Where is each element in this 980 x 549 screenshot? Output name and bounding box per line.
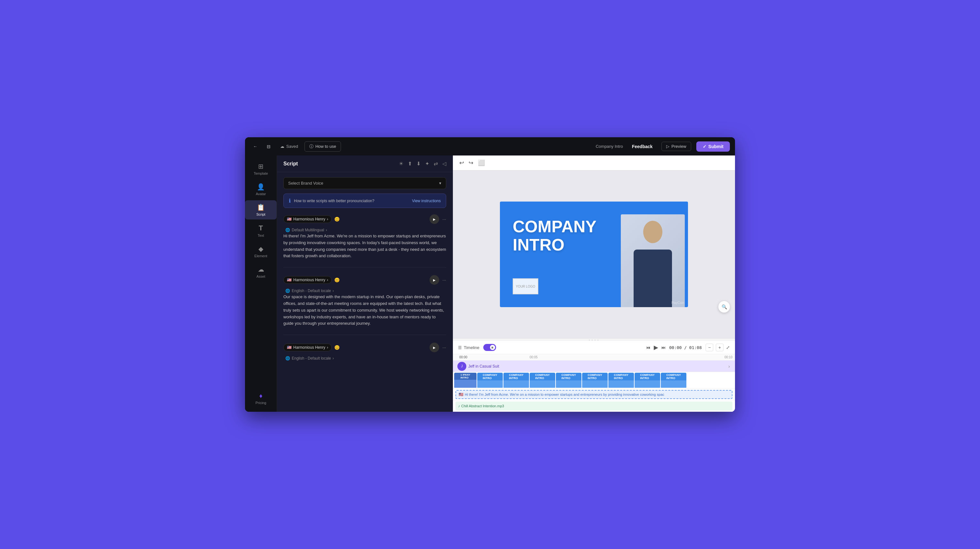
app-window: ← ⊟ ☁ Saved ⓘ How to use Company Intro F… xyxy=(245,137,735,412)
block-1-header: 🇺🇸 Harmonious Henry › 😊 ▶ ··· xyxy=(283,214,446,224)
preview-button[interactable]: ▷ Preview xyxy=(662,142,691,151)
timeline-ruler: 00:00 00:05 00:10 xyxy=(453,354,735,361)
zoom-in-button[interactable]: + xyxy=(716,344,724,351)
chevron-right-icon-1: › xyxy=(327,217,328,221)
chevron-right-locale-2: › xyxy=(332,288,334,293)
sidebar-item-avatar[interactable]: 👤 Avatar xyxy=(245,180,277,199)
sidebar-toggle-button[interactable]: ⊟ xyxy=(264,142,274,152)
clip-label-4: COMPANYINTRO xyxy=(560,373,577,380)
download-button[interactable]: ⬇ xyxy=(417,161,421,167)
view-instructions-button[interactable]: View instructions xyxy=(412,199,441,203)
avatar-icon: 👤 xyxy=(257,183,265,191)
more-button-3[interactable]: ··· xyxy=(442,345,446,350)
sidebar-item-element[interactable]: ◆ Element xyxy=(245,242,277,261)
video-clip-0[interactable]: 1 IPANYINTRO xyxy=(454,373,477,388)
upload-button[interactable]: ⬆ xyxy=(408,161,412,167)
more-button-2[interactable]: ··· xyxy=(442,277,446,283)
script-header: Script ☀ ⬆ ⬇ ✦ ⇄ ◁ xyxy=(277,156,453,172)
clip-label-6: COMPANYINTRO xyxy=(612,373,630,380)
template-label: Template xyxy=(254,172,268,175)
video-clip-2[interactable]: COMPANYINTRO xyxy=(503,373,529,388)
redo-button[interactable]: ↪ xyxy=(469,159,473,166)
info-icon: ⓘ xyxy=(309,144,313,150)
zoom-out-button[interactable]: − xyxy=(706,344,713,351)
person-body xyxy=(633,250,672,307)
video-clip-8[interactable]: COMPANYINTRO xyxy=(661,373,686,388)
collapse-panel-button[interactable]: ◁ xyxy=(442,161,446,167)
brand-voice-dropdown[interactable]: Select Brand Voice ▾ xyxy=(283,177,446,189)
clip-thumb-0 xyxy=(454,380,477,388)
pricing-label: Pricing xyxy=(256,401,266,405)
play-button-3[interactable]: ▶ xyxy=(430,343,439,352)
how-to-use-button[interactable]: ⓘ How to use xyxy=(304,142,341,152)
clip-label-0: 1 IPANYINTRO xyxy=(459,373,472,380)
clip-thumb-2 xyxy=(503,380,529,388)
locale-label-2: English - Default locale xyxy=(292,288,331,293)
brightness-button[interactable]: ☀ xyxy=(399,161,403,167)
avatar-tag-3[interactable]: 🇺🇸 Harmonious Henry › xyxy=(283,344,332,351)
timeline-zoom: − + ⤢ xyxy=(706,344,730,351)
more-button-1[interactable]: ··· xyxy=(442,216,446,222)
video-clips-container: 1 IPANYINTRO COMPANYINTRO COMPANYINTRO xyxy=(454,373,734,388)
timeline-drag-handle[interactable]: • • • • xyxy=(453,339,735,341)
sidebar: ⊞ Template 👤 Avatar 📋 Script T Text ◆ El… xyxy=(245,156,277,412)
video-clips-track: 1 IPANYINTRO COMPANYINTRO COMPANYINTRO xyxy=(453,372,735,389)
watermark: PlayCain xyxy=(671,301,684,305)
music-text: Chill Abstract Intention.mp3 xyxy=(461,404,504,408)
avatar-tag-2[interactable]: 🇺🇸 Harmonious Henry › xyxy=(283,276,332,284)
submit-button[interactable]: ✓ Submit xyxy=(696,142,730,152)
avatar-label: Avatar xyxy=(256,192,266,196)
back-button[interactable]: ← xyxy=(250,142,260,152)
video-clip-5[interactable]: COMPANYINTRO xyxy=(582,373,608,388)
sidebar-item-text[interactable]: T Text xyxy=(245,221,277,240)
subtitle-track[interactable]: 🇺🇸 Hi there! I'm Jeff from Acme. We're o… xyxy=(455,390,732,399)
sidebar-item-template[interactable]: ⊞ Template xyxy=(245,159,277,178)
play-icon: ▷ xyxy=(666,144,670,149)
ai-button[interactable]: ✦ xyxy=(425,161,429,167)
time-current: 00:00 xyxy=(669,345,682,350)
sidebar-item-asset[interactable]: ☁ Asset xyxy=(245,263,277,282)
how-to-use-label: How to use xyxy=(315,144,336,149)
zoom-button[interactable]: 🔍 xyxy=(718,301,730,313)
script-text-2[interactable]: Our space is designed with the modern st… xyxy=(283,294,446,327)
fullscreen-button[interactable]: ⬜ xyxy=(478,159,485,166)
chevron-right-icon-3: › xyxy=(327,345,328,350)
timeline-text: Timeline xyxy=(464,345,479,350)
music-track[interactable]: ♪ Chill Abstract Intention.mp3 xyxy=(455,401,732,411)
translate-button[interactable]: ⇄ xyxy=(434,161,438,167)
video-clip-1[interactable]: COMPANYINTRO xyxy=(477,373,503,388)
skip-back-button[interactable]: ⏮ xyxy=(646,345,651,350)
clip-thumb-8 xyxy=(661,380,686,388)
ruler-mark-2: 00:10 xyxy=(600,355,732,359)
script-text-1[interactable]: Hi there! I'm Jeff from Acme. We're on a… xyxy=(283,233,446,259)
locale-tag-1[interactable]: 🌐 Default Multilingual › xyxy=(283,227,446,233)
play-button-1[interactable]: ▶ xyxy=(430,214,439,224)
play-pause-button[interactable]: ▶ xyxy=(654,344,658,351)
sidebar-item-pricing[interactable]: ♦ Pricing xyxy=(245,389,277,408)
expand-button[interactable]: ⤢ xyxy=(726,345,730,350)
play-button-2[interactable]: ▶ xyxy=(430,275,439,285)
top-bar-left: ← ⊟ ☁ Saved ⓘ How to use xyxy=(250,142,341,152)
clip-thumb-5 xyxy=(582,380,608,388)
locale-tag-3[interactable]: 🌐 English - Default locale › xyxy=(283,355,446,361)
ruler-mark-0: 00:00 xyxy=(459,355,467,359)
avatar-track-collapse[interactable]: › xyxy=(726,364,732,369)
preview-label: Preview xyxy=(671,144,686,149)
video-clip-3[interactable]: COMPANYINTRO xyxy=(530,373,555,388)
feedback-button[interactable]: Feedback xyxy=(628,142,657,151)
video-clip-7[interactable]: COMPANYINTRO xyxy=(635,373,660,388)
video-clip-4[interactable]: COMPANYINTRO xyxy=(556,373,581,388)
video-clip-6[interactable]: COMPANYINTRO xyxy=(608,373,634,388)
sidebar-item-script[interactable]: 📋 Script xyxy=(245,200,277,220)
element-label: Element xyxy=(254,254,267,258)
timeline-toggle[interactable]: ⊞ xyxy=(483,344,496,351)
avatar-tag-1[interactable]: 🇺🇸 Harmonious Henry › xyxy=(283,215,332,223)
undo-button[interactable]: ↩ xyxy=(459,159,464,166)
locale-tag-2[interactable]: 🌐 English - Default locale › xyxy=(283,288,446,294)
skip-forward-button[interactable]: ⏭ xyxy=(662,345,666,350)
music-icon: ♪ xyxy=(458,404,460,408)
locale-label-3: English - Default locale xyxy=(292,356,331,361)
saved-button[interactable]: ☁ Saved xyxy=(277,142,301,151)
clip-thumb-1 xyxy=(477,380,503,388)
globe-icon-1: 🌐 xyxy=(285,228,290,232)
